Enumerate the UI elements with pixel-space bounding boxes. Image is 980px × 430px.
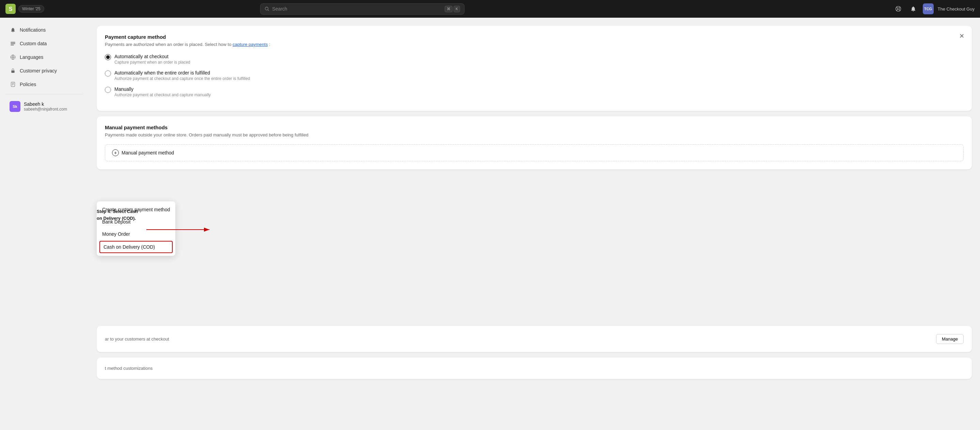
page-layout: Notifications Custom data Languages (0, 18, 980, 430)
search-area: ⌘ K (260, 3, 465, 14)
search-input[interactable] (272, 6, 442, 11)
customer-privacy-icon (10, 67, 16, 74)
logo-area: S Winter '25 (5, 4, 44, 14)
svg-rect-15 (11, 82, 15, 86)
svg-text:S: S (9, 6, 13, 12)
sidebar-divider (5, 94, 83, 94)
checkout-partial-card: ar to your customers at checkout Manage (97, 326, 972, 352)
svg-rect-10 (11, 42, 15, 43)
radio-manually-content: Manually Authorize payment at checkout a… (115, 86, 211, 97)
radio-auto-checkout-content: Automatically at checkout Capture paymen… (115, 54, 190, 65)
manual-payment-btn-label: Manual payment method (122, 150, 174, 155)
sidebar-item-custom-data[interactable]: Custom data (3, 37, 86, 50)
sidebar: Notifications Custom data Languages (0, 18, 89, 430)
radio-auto-checkout-desc: Capture payment when an order is placed (115, 60, 190, 65)
svg-rect-12 (11, 44, 14, 45)
sidebar-item-label: Customer privacy (20, 68, 57, 73)
step-text: Step 4: Select Cash on Delivery (COD). (97, 208, 145, 222)
payment-capture-subtitle: Payments are authorized when an order is… (105, 42, 964, 47)
keyboard-shortcut: ⌘ K (445, 6, 460, 12)
sidebar-item-policies[interactable]: Policies (3, 78, 86, 91)
k-key: K (453, 6, 460, 12)
customizations-partial-card: t method customizations (97, 357, 972, 379)
sidebar-item-label: Custom data (20, 41, 47, 46)
notifications-icon (10, 27, 16, 33)
topnav-right: TCG The Checkout Guy (893, 3, 975, 14)
radio-auto-checkout[interactable]: Automatically at checkout Capture paymen… (105, 54, 964, 65)
sidebar-item-label: Notifications (20, 27, 46, 33)
radio-auto-fulfilled-desc: Authorize payment at checkout and captur… (115, 76, 250, 81)
manual-payment-card: Manual payment methods Payments made out… (97, 116, 972, 170)
notifications-button[interactable] (908, 3, 919, 14)
sidebar-item-label: Languages (20, 54, 43, 60)
bottom-cards-area: ar to your customers at checkout Manage … (97, 326, 972, 379)
manual-payment-subtitle: Payments made outside your online store.… (105, 132, 964, 137)
policies-svg-icon (10, 82, 16, 87)
svg-point-5 (897, 8, 899, 10)
dropdown-item-cod[interactable]: Cash on Delivery (COD) (99, 241, 173, 253)
radio-auto-fulfilled-content: Automatically when the entire order is f… (115, 70, 250, 81)
policies-icon (10, 81, 16, 88)
sidebar-user-section[interactable]: Sk Sabeeh k sabeeh@ninjafront.com (3, 97, 86, 116)
notifications-svg-icon (10, 27, 16, 33)
radio-auto-checkout-label: Automatically at checkout (115, 54, 190, 59)
sidebar-item-notifications[interactable]: Notifications (3, 23, 86, 37)
customizations-card-text: t method customizations (105, 366, 153, 371)
lock-svg-icon (10, 68, 16, 73)
payment-capture-title: Payment capture method (105, 34, 964, 40)
languages-svg-icon (10, 54, 16, 60)
radio-auto-fulfilled[interactable]: Automatically when the entire order is f… (105, 70, 964, 81)
manual-payment-button[interactable]: + Manual payment method (105, 144, 964, 161)
winter-badge: Winter '25 (18, 5, 44, 13)
step-annotation: Step 4: Select Cash on Delivery (COD). (97, 208, 145, 222)
checkout-card-text: ar to your customers at checkout (105, 336, 169, 341)
close-button[interactable]: ✕ (957, 31, 966, 41)
radio-auto-checkout-input[interactable] (105, 54, 111, 60)
sidebar-user-avatar: Sk (10, 101, 21, 112)
payment-capture-card: ✕ Payment capture method Payments are au… (97, 26, 972, 111)
radio-manually-label: Manually (115, 86, 211, 92)
radio-auto-fulfilled-input[interactable] (105, 70, 111, 76)
cmd-key: ⌘ (445, 6, 453, 12)
capture-payments-link[interactable]: capture payments (232, 42, 268, 47)
top-navigation: S Winter '25 ⌘ K (0, 0, 980, 18)
bell-icon (910, 6, 916, 12)
radio-manually-input[interactable] (105, 87, 111, 93)
support-icon (895, 6, 901, 12)
search-box[interactable]: ⌘ K (260, 3, 465, 14)
sidebar-item-customer-privacy[interactable]: Customer privacy (3, 64, 86, 78)
support-button[interactable] (893, 3, 904, 14)
svg-rect-11 (11, 43, 15, 44)
user-avatar: TCG (923, 3, 934, 14)
languages-icon (10, 54, 16, 60)
radio-auto-fulfilled-label: Automatically when the entire order is f… (115, 70, 250, 76)
sidebar-item-languages[interactable]: Languages (3, 50, 86, 64)
sidebar-user-email: sabeeh@ninjafront.com (24, 107, 67, 111)
sidebar-item-label: Policies (20, 82, 36, 87)
radio-manually[interactable]: Manually Authorize payment at checkout a… (105, 86, 964, 97)
plus-circle-icon: + (112, 149, 119, 156)
main-content: ✕ Payment capture method Payments are au… (89, 18, 980, 430)
annotation-arrow (146, 225, 215, 235)
manage-button[interactable]: Manage (936, 334, 964, 344)
shopify-logo-icon: S (5, 4, 16, 14)
radio-manually-desc: Authorize payment at checkout and captur… (115, 92, 211, 97)
manual-payment-title: Manual payment methods (105, 124, 964, 130)
sidebar-user-name: Sabeeh k (24, 102, 67, 107)
custom-data-icon (10, 40, 16, 47)
svg-line-3 (268, 10, 269, 11)
custom-data-svg-icon (10, 41, 16, 46)
user-name-label: The Checkout Guy (938, 6, 975, 11)
svg-rect-14 (11, 70, 14, 73)
sidebar-user-info: Sabeeh k sabeeh@ninjafront.com (24, 102, 67, 111)
search-icon (264, 6, 269, 11)
